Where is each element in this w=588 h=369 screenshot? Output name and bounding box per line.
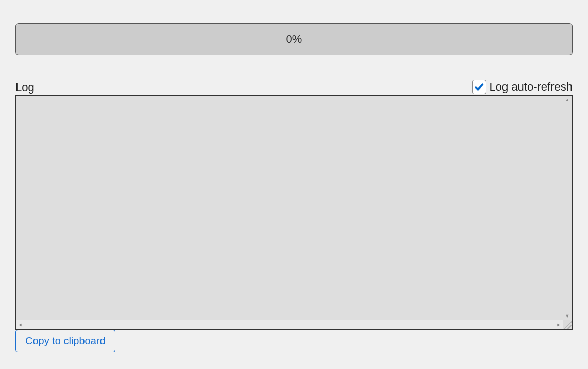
scroll-right-arrow-icon[interactable]: ► [555,320,563,329]
scroll-left-arrow-icon[interactable]: ◄ [16,320,24,329]
horizontal-scrollbar[interactable]: ◄ ► [16,320,563,329]
copy-to-clipboard-button[interactable]: Copy to clipboard [15,330,115,352]
vertical-scrollbar[interactable]: ▲ ▼ [563,96,572,320]
log-title-label: Log [15,81,35,94]
auto-refresh-checkbox[interactable] [472,80,486,94]
auto-refresh-label: Log auto-refresh [490,80,573,94]
auto-refresh-group: Log auto-refresh [472,80,573,94]
log-textarea-container: ▲ ▼ ◄ ► [15,95,573,330]
check-icon [474,82,484,92]
scroll-up-arrow-icon[interactable]: ▲ [563,96,572,104]
progress-bar: 0% [15,23,573,55]
progress-percent-label: 0% [286,32,303,46]
resize-grip-icon[interactable] [563,320,572,329]
scroll-down-arrow-icon[interactable]: ▼ [563,312,572,320]
log-textarea[interactable] [16,96,563,320]
log-header-row: Log Log auto-refresh [15,80,573,94]
